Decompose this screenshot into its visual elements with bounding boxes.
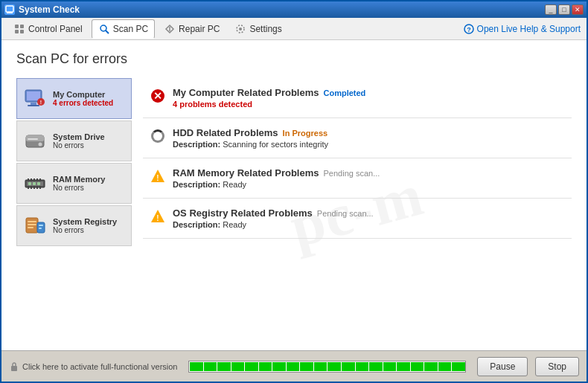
registry-icon: [23, 214, 47, 238]
scan-hdd-desc-label: Description:: [173, 140, 220, 149]
svg-rect-36: [28, 182, 31, 185]
app-icon: [4, 4, 15, 15]
scan-ram-title-row: RAM Memory Related Problems Pending scan…: [173, 167, 564, 178]
scan-hdd-status: In Progress: [283, 129, 328, 138]
svg-point-10: [239, 28, 242, 30]
scan-item-registry: ! OS Registry Related Problems Pending s…: [143, 199, 572, 239]
menu-scan-pc[interactable]: Scan PC: [92, 19, 155, 39]
sidebar-item-drive[interactable]: System Drive No errors: [16, 120, 132, 161]
title-bar-left: System Check: [4, 4, 80, 15]
sidebar-ram-text: RAM Memory No errors: [53, 175, 105, 192]
sidebar-ram-label: RAM Memory: [53, 175, 105, 184]
svg-rect-4: [20, 25, 24, 28]
svg-rect-0: [6, 6, 13, 12]
progress-segments: [189, 361, 465, 372]
scan-hdd-title: HDD Related Problems: [173, 127, 278, 138]
scan-computer-title: My Computer Related Problems: [173, 87, 319, 98]
main-content: Scan PC for errors !: [1, 40, 587, 350]
svg-rect-26: [28, 178, 29, 181]
close-button[interactable]: ✕: [572, 4, 584, 15]
minimize-button[interactable]: _: [545, 4, 557, 15]
svg-rect-3: [15, 25, 19, 28]
scan-registry-title: OS Registry Related Problems: [173, 207, 313, 219]
svg-rect-30: [39, 178, 41, 181]
sidebar-drive-status: No errors: [53, 141, 105, 149]
activation-text-area[interactable]: Click here to activate full-functional v…: [9, 361, 177, 372]
scan-ram-desc-label: Description:: [173, 180, 220, 189]
sidebar-computer-status: 4 errors detected: [53, 99, 113, 107]
scan-registry-status: Pending scan...: [317, 209, 374, 218]
svg-rect-5: [15, 30, 19, 33]
scan-hdd-desc-text: Scanning for sectors integrity: [223, 140, 328, 149]
right-panel-inner: pc-m ✕: [143, 78, 572, 343]
sidebar-registry-label: System Registry: [53, 217, 117, 226]
svg-text:✕: ✕: [153, 90, 162, 102]
scan-hdd-content: HDD Related Problems In Progress Descrip…: [173, 127, 564, 149]
settings-icon: [234, 23, 246, 35]
svg-rect-16: [31, 103, 36, 105]
svg-rect-32: [31, 186, 32, 189]
sidebar-item-ram[interactable]: RAM Memory No errors: [16, 163, 132, 204]
scan-registry-desc-label: Description:: [173, 220, 220, 229]
svg-rect-41: [28, 224, 36, 225]
svg-text:!: !: [156, 174, 159, 182]
svg-rect-27: [31, 178, 32, 181]
stop-button[interactable]: Stop: [535, 357, 579, 376]
svg-rect-2: [7, 13, 13, 13]
footer: Click here to activate full-functional v…: [1, 350, 587, 382]
scan-items-container: ✕ My Computer Related Problems Completed…: [143, 78, 572, 239]
help-link[interactable]: ? Open Live Help & Support: [464, 24, 581, 34]
scan-ram-status: Pending scan...: [324, 169, 380, 178]
svg-line-8: [106, 30, 109, 33]
menu-repair-pc-label: Repair PC: [179, 24, 220, 34]
scan-registry-title-row: OS Registry Related Problems Pending sca…: [173, 207, 564, 219]
scan-error-icon: ✕: [150, 88, 165, 103]
scan-icon: [98, 23, 110, 35]
svg-text:!: !: [40, 100, 42, 105]
menu-repair-pc[interactable]: Repair PC: [158, 20, 226, 38]
control-panel-icon: [13, 23, 25, 35]
sidebar-registry-text: System Registry No errors: [53, 217, 117, 234]
svg-rect-28: [33, 178, 35, 181]
scan-registry-desc-text: Ready: [223, 220, 246, 229]
svg-rect-34: [36, 186, 38, 189]
svg-rect-45: [39, 228, 42, 229]
menu-settings[interactable]: Settings: [229, 20, 287, 38]
sidebar-drive-label: System Drive: [53, 132, 105, 141]
scan-item-ram: ! RAM Memory Related Problems Pending sc…: [143, 158, 572, 199]
sidebar-computer-text: My Computer 4 errors detected: [53, 90, 113, 107]
page-title: Scan PC for errors: [16, 51, 572, 67]
svg-rect-17: [28, 105, 39, 106]
title-buttons: _ □ ✕: [545, 4, 584, 15]
svg-rect-29: [36, 178, 38, 181]
sidebar: ! My Computer 4 errors detected: [16, 78, 132, 343]
scan-ram-desc-text: Ready: [223, 180, 246, 189]
restore-button[interactable]: □: [558, 4, 570, 15]
svg-rect-42: [28, 227, 33, 228]
right-panel: pc-m ✕: [132, 78, 572, 343]
svg-rect-40: [28, 221, 36, 222]
repair-icon: [164, 23, 176, 35]
svg-rect-44: [39, 225, 43, 226]
scan-hdd-desc: Description: Scanning for sectors integr…: [173, 140, 564, 149]
sidebar-item-registry[interactable]: System Registry No errors: [16, 205, 132, 246]
menu-control-panel[interactable]: Control Panel: [7, 20, 89, 38]
content-area: ! My Computer 4 errors detected: [16, 78, 572, 343]
scan-ram-title: RAM Memory Related Problems: [173, 167, 319, 178]
menu-settings-label: Settings: [249, 24, 281, 34]
menu-control-panel-label: Control Panel: [28, 24, 83, 34]
scan-registry-desc: Description: Ready: [173, 220, 564, 229]
svg-rect-33: [33, 186, 35, 189]
computer-icon: !: [23, 87, 47, 111]
help-label: Open Live Help & Support: [477, 24, 581, 34]
scan-item-hdd: HDD Related Problems In Progress Descrip…: [143, 118, 572, 158]
svg-rect-6: [20, 30, 24, 33]
scan-computer-subtitle: 4 problems detected: [173, 100, 564, 109]
sidebar-item-computer[interactable]: ! My Computer 4 errors detected: [16, 78, 132, 119]
scan-ram-content: RAM Memory Related Problems Pending scan…: [173, 167, 564, 189]
help-icon: ?: [464, 24, 474, 34]
pause-button[interactable]: Pause: [477, 357, 528, 376]
scan-ram-icon: !: [150, 169, 165, 184]
scan-item-computer: ✕ My Computer Related Problems Completed…: [143, 78, 572, 118]
scan-ram-desc: Description: Ready: [173, 180, 564, 189]
